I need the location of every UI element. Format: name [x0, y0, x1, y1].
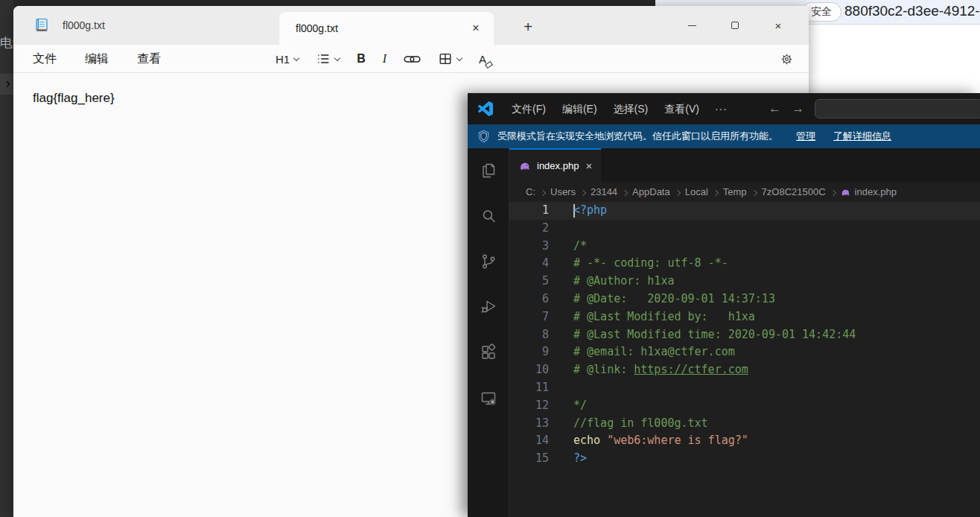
minimize-button[interactable]: [670, 9, 713, 42]
notepad-tab-active[interactable]: fl000g.txt ×: [279, 12, 494, 45]
more-menu-button[interactable]: ···: [707, 103, 735, 115]
close-button[interactable]: ×: [757, 9, 800, 42]
breadcrumb-item[interactable]: 23144: [591, 186, 617, 197]
tab-label: fl000g.txt: [296, 22, 338, 34]
line-content: # @Date: 2020-09-01 14:37:13: [549, 291, 775, 308]
window-controls: ×: [670, 9, 800, 42]
code-editor[interactable]: 1<?php23/*4# -*- coding: utf-8 -*-5# @Au…: [509, 202, 980, 517]
line-number: 7: [509, 308, 549, 326]
line-content: //flag in fl000g.txt: [549, 415, 708, 433]
notepad-menu-编辑[interactable]: 编辑: [85, 51, 109, 67]
chevron-right-icon: [580, 190, 586, 196]
forward-button[interactable]: →: [792, 101, 804, 116]
php-file-icon: [841, 187, 851, 197]
clear-format-button[interactable]: A: [479, 53, 486, 66]
banner-manage-link[interactable]: 管理: [796, 130, 815, 143]
breadcrumb-item[interactable]: Users: [550, 186, 576, 197]
search-icon[interactable]: [471, 198, 506, 234]
back-button[interactable]: ←: [769, 101, 781, 116]
link-button[interactable]: [404, 54, 421, 65]
breadcrumb-item[interactable]: AppData: [632, 186, 670, 197]
line-content: [549, 220, 573, 238]
gear-icon: [780, 52, 794, 66]
notepad-tab-inactive[interactable]: fl000g.txt: [21, 6, 105, 45]
line-content: /*: [549, 238, 587, 256]
table-dropdown[interactable]: [438, 51, 462, 66]
vscode-menu[interactable]: 选择(S): [605, 93, 657, 124]
chevron-down-icon: [334, 54, 340, 60]
notepad-menu-文件[interactable]: 文件: [33, 51, 57, 67]
table-icon: [438, 51, 453, 66]
code-token: [600, 434, 607, 447]
italic-button[interactable]: I: [383, 52, 386, 66]
format-toolbar: H1 B I: [276, 45, 486, 73]
line-content: echo "web6:where is flag?": [549, 432, 748, 450]
breadcrumb-item[interactable]: C:: [526, 186, 535, 197]
notepad-file-icon: [34, 18, 49, 33]
extensions-icon[interactable]: [471, 334, 506, 370]
tab-close-button[interactable]: ×: [467, 19, 485, 37]
close-icon: ×: [775, 19, 782, 32]
line-content: # @email: h1xa@ctfer.com: [549, 343, 735, 361]
notepad-menu-查看[interactable]: 查看: [137, 51, 161, 67]
bold-button[interactable]: B: [357, 52, 366, 66]
code-token: # @Author: h1xa: [573, 274, 674, 288]
line-number: 1: [509, 202, 549, 220]
shield-icon: [477, 130, 490, 143]
line-content: # @Last Modified time: 2020-09-01 14:42:…: [549, 326, 856, 344]
notepad-menu-bar: 文件编辑查看 H1 B I: [13, 45, 809, 73]
line-content: ?>: [549, 450, 587, 468]
code-token: # @link:: [573, 363, 634, 376]
heading-dropdown[interactable]: H1: [276, 53, 299, 66]
clear-format-label: A: [479, 53, 486, 66]
line-content: # @Last Modified by: h1xa: [549, 308, 755, 326]
maximize-button[interactable]: [713, 9, 757, 42]
chevron-right-icon: [830, 190, 836, 196]
code-line: 7# @Last Modified by: h1xa: [509, 308, 980, 326]
vscode-menu[interactable]: 文件(F): [503, 93, 554, 124]
line-content: # -*- coding: utf-8 -*-: [549, 255, 728, 273]
line-number: 12: [509, 397, 549, 415]
breadcrumb-item[interactable]: Temp: [723, 186, 747, 197]
banner-message: 受限模式旨在实现安全地浏览代码。信任此窗口以启用所有功能。: [497, 130, 778, 143]
remote-explorer-icon[interactable]: [471, 380, 506, 416]
breadcrumb-separator: [713, 186, 718, 197]
list-dropdown[interactable]: [316, 51, 340, 66]
breadcrumb-separator: [831, 186, 836, 197]
line-number: 5: [509, 273, 549, 291]
browser-url-text: 880f30c2-d3ee-4912-: [844, 3, 980, 19]
explorer-icon[interactable]: [471, 153, 506, 188]
run-debug-icon[interactable]: [471, 289, 506, 325]
minimize-icon: [688, 25, 696, 26]
php-file-icon: [519, 159, 532, 172]
tab-label: fl000g.txt: [63, 19, 105, 31]
tab-label: index.php: [537, 160, 579, 171]
chevron-down-icon: [456, 54, 462, 60]
vscode-menu[interactable]: 编辑(E): [554, 93, 605, 124]
breadcrumb-separator: [752, 186, 757, 197]
line-number: 2: [509, 220, 549, 238]
line-number: 6: [509, 291, 549, 308]
code-token: //flag in fl000g.txt: [573, 416, 708, 430]
link-icon: [404, 54, 421, 65]
tab-index-php[interactable]: index.php ×: [509, 148, 601, 182]
expand-sidebar-button[interactable]: [0, 74, 13, 95]
new-tab-button[interactable]: +: [518, 17, 538, 37]
breadcrumb-item[interactable]: index.php: [855, 186, 897, 197]
settings-button[interactable]: [780, 45, 794, 73]
command-center-search[interactable]: [815, 99, 980, 118]
vscode-menu[interactable]: 查看(V): [656, 93, 707, 124]
breadcrumb-item[interactable]: Local: [685, 186, 708, 197]
chevron-down-icon: [293, 54, 299, 60]
editor-tab-bar: index.php ×: [509, 148, 980, 182]
source-control-icon[interactable]: [471, 244, 506, 279]
breadcrumb-item[interactable]: 7zO8C21500C: [762, 186, 826, 197]
line-content: # @link: https://ctfer.com: [549, 361, 748, 379]
line-content: <?php: [549, 202, 607, 220]
tab-close-button[interactable]: ×: [585, 159, 592, 172]
code-token: ?>: [573, 451, 587, 465]
banner-learn-more-link[interactable]: 了解详细信息: [833, 130, 891, 143]
code-token: https://ctfer.com: [634, 363, 748, 376]
restricted-mode-banner: 受限模式旨在实现安全地浏览代码。信任此窗口以启用所有功能。 管理 了解详细信息: [468, 124, 980, 148]
line-number: 14: [509, 432, 549, 450]
